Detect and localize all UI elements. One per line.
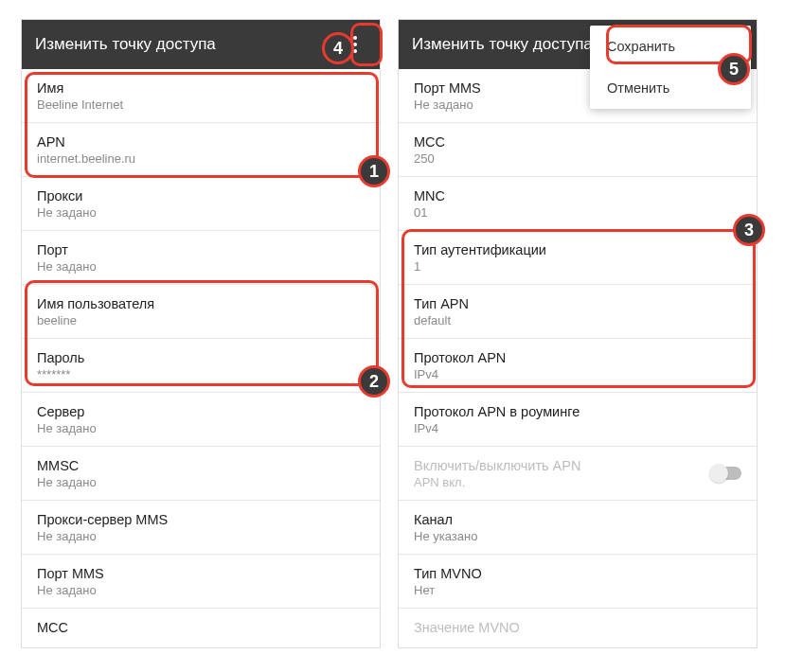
item-value: 01 xyxy=(414,205,741,220)
menu-save[interactable]: Сохранить xyxy=(590,26,751,67)
item-label: Тип аутентификации xyxy=(414,242,741,257)
item-label: Тип APN xyxy=(414,296,741,311)
item-label: Прокси-сервер MMS xyxy=(37,512,365,527)
item-channel[interactable]: Канал Не указано xyxy=(399,501,757,555)
settings-list-right: Порт MMS Не задано MCC 250 MNC 01 Тип ау… xyxy=(399,69,757,647)
item-value: default xyxy=(414,313,741,327)
item-apn[interactable]: APN internet.beeline.ru xyxy=(22,123,380,177)
item-value: Не задано xyxy=(37,529,365,543)
item-mvno-type[interactable]: Тип MVNO Нет xyxy=(399,555,757,609)
item-apn-protocol[interactable]: Протокол APN IPv4 xyxy=(399,339,757,393)
item-mmsc[interactable]: MMSC Не задано xyxy=(22,447,380,501)
item-value: Beeline Internet xyxy=(37,97,365,112)
header: Изменить точку доступа xyxy=(22,20,380,69)
item-server[interactable]: Сервер Не задано xyxy=(22,393,380,447)
item-label: MCC xyxy=(37,620,365,635)
item-name[interactable]: Имя Beeline Internet xyxy=(22,69,380,123)
item-value: APN вкл. xyxy=(414,475,741,489)
item-label: Имя пользователя xyxy=(37,296,365,311)
item-label: Протокол APN xyxy=(414,350,741,365)
item-apn-enable: Включить/выключить APN APN вкл. xyxy=(399,447,757,501)
item-value: internet.beeline.ru xyxy=(37,151,365,166)
item-label: Порт MMS xyxy=(37,566,365,581)
toggle-icon xyxy=(711,467,741,480)
item-value: Не задано xyxy=(37,259,365,274)
item-label: Канал xyxy=(414,512,741,527)
item-value: Не задано xyxy=(37,421,365,435)
item-label: MCC xyxy=(414,134,741,150)
item-value: 250 xyxy=(414,151,741,166)
item-mms-port[interactable]: Порт MMS Не задано xyxy=(22,555,380,609)
item-mnc[interactable]: MNC 01 xyxy=(399,177,757,231)
phone-left: Изменить точку доступа Имя Beeline Inter… xyxy=(21,19,381,648)
item-label: Протокол APN в роуминге xyxy=(414,404,741,419)
page-title: Изменить точку доступа xyxy=(412,35,593,54)
item-label: Имя xyxy=(37,80,365,96)
item-mvno-value: Значение MVNO xyxy=(399,609,757,647)
item-label: MNC xyxy=(414,188,741,203)
item-label: Прокси xyxy=(37,188,365,203)
item-value: Не задано xyxy=(37,475,365,489)
item-label: APN xyxy=(37,134,365,150)
item-label: Пароль xyxy=(37,350,365,365)
item-label: MMSC xyxy=(37,458,365,473)
item-mms-proxy[interactable]: Прокси-сервер MMS Не задано xyxy=(22,501,380,555)
item-mcc-cut[interactable]: MCC xyxy=(22,609,380,647)
item-label: Значение MVNO xyxy=(414,620,741,635)
item-label: Тип MVNO xyxy=(414,566,741,581)
item-label: Сервер xyxy=(37,404,365,419)
item-value: Не указано xyxy=(414,529,741,543)
item-proxy[interactable]: Прокси Не задано xyxy=(22,177,380,231)
item-apn-roaming[interactable]: Протокол APN в роуминге IPv4 xyxy=(399,393,757,447)
item-apn-type[interactable]: Тип APN default xyxy=(399,285,757,339)
item-value: 1 xyxy=(414,259,741,274)
item-auth-type[interactable]: Тип аутентификации 1 xyxy=(399,231,757,285)
item-label: Включить/выключить APN xyxy=(414,458,741,473)
settings-list-left: Имя Beeline Internet APN internet.beelin… xyxy=(22,69,380,647)
menu-cancel[interactable]: Отменить xyxy=(590,67,751,109)
overflow-menu: Сохранить Отменить xyxy=(590,26,751,109)
item-value: IPv4 xyxy=(414,421,741,435)
item-value: ******* xyxy=(37,367,365,381)
more-menu-icon[interactable] xyxy=(344,33,366,56)
item-value: Не задано xyxy=(37,583,365,597)
page-title: Изменить точку доступа xyxy=(35,35,216,54)
item-username[interactable]: Имя пользователя beeline xyxy=(22,285,380,339)
item-value: IPv4 xyxy=(414,367,741,381)
item-value: Не задано xyxy=(37,205,365,220)
item-port[interactable]: Порт Не задано xyxy=(22,231,380,285)
item-label: Порт xyxy=(37,242,365,257)
item-value: beeline xyxy=(37,313,365,327)
phone-right: Изменить точку доступа Сохранить Отменит… xyxy=(398,19,758,648)
item-password[interactable]: Пароль ******* xyxy=(22,339,380,393)
item-mcc[interactable]: MCC 250 xyxy=(399,123,757,177)
item-value: Нет xyxy=(414,583,741,597)
